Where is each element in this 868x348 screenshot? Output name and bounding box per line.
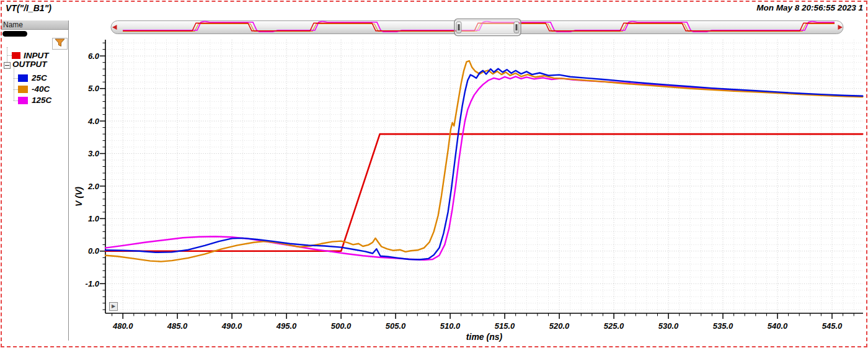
trace-25C [105,69,862,260]
svg-text:500.0: 500.0 [331,321,352,331]
waveform-viewer-window: VT("/I_B1") Mon May 8 20:56:55 2023 1 Na… [0,0,868,348]
svg-text:-1.0: -1.0 [86,279,100,288]
svg-text:2.0: 2.0 [87,182,100,191]
svg-text:540.0: 540.0 [768,321,788,331]
svg-text:505.0: 505.0 [386,321,406,331]
svg-text:535.0: 535.0 [713,321,733,331]
svg-text:480.0: 480.0 [112,321,133,331]
svg-text:485.0: 485.0 [167,321,188,331]
svg-text:520.0: 520.0 [549,321,570,331]
svg-text:510.0: 510.0 [440,321,461,331]
svg-text:525.0: 525.0 [604,321,624,331]
svg-text:490.0: 490.0 [221,321,242,331]
svg-text:495.0: 495.0 [276,321,297,331]
trace-125C [105,76,862,260]
svg-text:4.0: 4.0 [87,117,100,126]
x-axis-title: time (ns) [422,332,546,342]
svg-text:6.0: 6.0 [88,51,100,61]
replay-button[interactable]: ▶ [109,302,118,311]
trace-INPUT [105,134,862,251]
svg-text:515.0: 515.0 [495,321,515,331]
svg-text:545.0: 545.0 [822,321,843,331]
svg-text:1.0: 1.0 [88,214,100,223]
svg-text:530.0: 530.0 [658,321,679,331]
y-axis-title: V (V) [74,178,84,215]
svg-text:3.0: 3.0 [88,149,100,158]
svg-text:5.0: 5.0 [88,84,100,93]
main-plot-canvas[interactable]: -1.00.01.02.03.04.05.06.0480.0485.0490.0… [0,0,868,348]
svg-text:0.0: 0.0 [88,246,100,256]
play-icon: ▶ [112,304,115,309]
